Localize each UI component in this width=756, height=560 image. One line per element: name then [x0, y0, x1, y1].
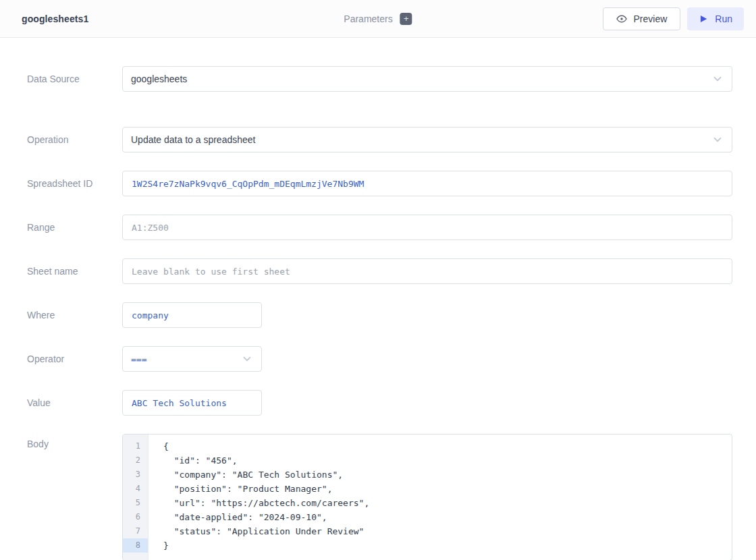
operation-select[interactable]: Update data to a spreadsheet — [122, 127, 732, 152]
spreadsheet-id-input[interactable] — [122, 171, 732, 196]
operation-value: Update data to a spreadsheet — [131, 134, 255, 145]
value-row: Value — [27, 390, 732, 416]
code-line: "status": "Application Under Review" — [163, 524, 732, 538]
body-row: Body 1 2 3 4 5 6 7 8 { "id": "456", "com… — [27, 434, 732, 560]
line-number: 3 — [123, 468, 148, 482]
line-number-gutter: 1 2 3 4 5 6 7 8 — [123, 435, 148, 560]
where-input[interactable] — [122, 302, 262, 328]
chevron-down-icon — [711, 73, 724, 85]
plus-icon: + — [404, 13, 409, 24]
where-row: Where — [27, 302, 732, 328]
operator-select[interactable]: === — [122, 346, 262, 372]
play-icon — [699, 14, 708, 24]
query-name: googlesheets1 — [22, 13, 88, 24]
data-source-select[interactable]: googlesheets — [122, 66, 732, 92]
line-number: 1 — [123, 439, 148, 453]
range-row: Range — [27, 215, 732, 240]
line-number: 6 — [123, 510, 148, 524]
sheet-name-input[interactable] — [122, 258, 732, 284]
range-label: Range — [27, 222, 122, 233]
parameters-label: Parameters — [344, 13, 392, 24]
code-line: } — [163, 538, 732, 553]
line-number-active: 8 — [123, 538, 148, 553]
operator-value: === — [131, 354, 146, 364]
line-number: 4 — [123, 482, 148, 496]
run-button[interactable]: Run — [687, 7, 744, 30]
operator-row: Operator === — [27, 346, 732, 372]
add-parameter-button[interactable]: + — [400, 13, 412, 25]
code-area[interactable]: { "id": "456", "company": "ABC Tech Solu… — [148, 435, 732, 560]
preview-button[interactable]: Preview — [603, 7, 681, 30]
code-line: "url": "https://abctech.com/careers", — [163, 496, 732, 510]
line-number: 2 — [123, 453, 148, 468]
code-line: "date-applied": "2024-09-10", — [163, 510, 732, 524]
preview-button-label: Preview — [634, 13, 668, 24]
value-input[interactable] — [122, 390, 262, 416]
sheet-name-label: Sheet name — [27, 266, 122, 277]
chevron-down-icon — [241, 353, 253, 365]
header-actions: Preview Run — [603, 7, 744, 30]
operation-label: Operation — [27, 134, 122, 145]
run-button-label: Run — [715, 13, 732, 24]
body-label: Body — [27, 434, 122, 449]
code-line: "company": "ABC Tech Solutions", — [163, 468, 732, 482]
parameters-section: Parameters + — [344, 13, 412, 25]
operator-label: Operator — [27, 354, 122, 364]
query-form: Data Source googlesheets Operation Updat… — [0, 38, 756, 560]
data-source-row: Data Source googlesheets — [27, 66, 732, 92]
eye-icon — [616, 13, 627, 24]
range-input[interactable] — [122, 215, 732, 240]
line-number: 5 — [123, 496, 148, 510]
code-line: { — [163, 439, 732, 453]
query-header: googlesheets1 Parameters + Preview Run — [0, 0, 756, 38]
body-code-editor[interactable]: 1 2 3 4 5 6 7 8 { "id": "456", "company"… — [122, 434, 732, 560]
spreadsheet-id-row: Spreadsheet ID — [27, 171, 732, 196]
line-number: 7 — [123, 524, 148, 538]
chevron-down-icon — [711, 134, 724, 146]
sheet-name-row: Sheet name — [27, 258, 732, 284]
where-label: Where — [27, 310, 122, 320]
operation-row: Operation Update data to a spreadsheet — [27, 127, 732, 152]
data-source-value: googlesheets — [131, 74, 187, 84]
data-source-label: Data Source — [27, 74, 122, 84]
code-line: "id": "456", — [163, 453, 732, 468]
value-label: Value — [27, 397, 122, 408]
code-line: "position": "Product Manager", — [163, 482, 732, 496]
spreadsheet-id-label: Spreadsheet ID — [27, 178, 122, 189]
